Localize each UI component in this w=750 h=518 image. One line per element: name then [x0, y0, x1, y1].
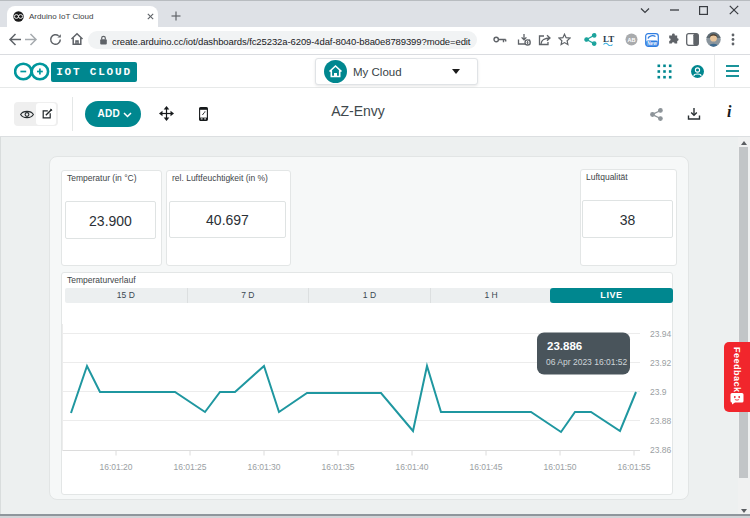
svg-text:23.94: 23.94: [650, 329, 672, 339]
svg-text:23.92: 23.92: [650, 358, 672, 368]
svg-text:16:01:45: 16:01:45: [469, 462, 502, 472]
svg-text:16:01:30: 16:01:30: [247, 462, 280, 472]
svg-text:16:01:55: 16:01:55: [617, 462, 650, 472]
svg-text:AB: AB: [628, 37, 636, 43]
svg-text:16:01:20: 16:01:20: [99, 462, 132, 472]
svg-text:16:01:50: 16:01:50: [543, 462, 576, 472]
svg-text:06 Apr 2023 16:01:52: 06 Apr 2023 16:01:52: [546, 357, 628, 367]
svg-text:23.88: 23.88: [650, 416, 672, 426]
svg-text:23.9: 23.9: [650, 387, 667, 397]
svg-text:New: New: [647, 41, 657, 46]
svg-text:23.86: 23.86: [650, 445, 672, 455]
svg-text:16:01:25: 16:01:25: [173, 462, 206, 472]
svg-text:16:01:40: 16:01:40: [395, 462, 428, 472]
svg-text:23.886: 23.886: [547, 340, 582, 352]
svg-text:16:01:35: 16:01:35: [321, 462, 354, 472]
